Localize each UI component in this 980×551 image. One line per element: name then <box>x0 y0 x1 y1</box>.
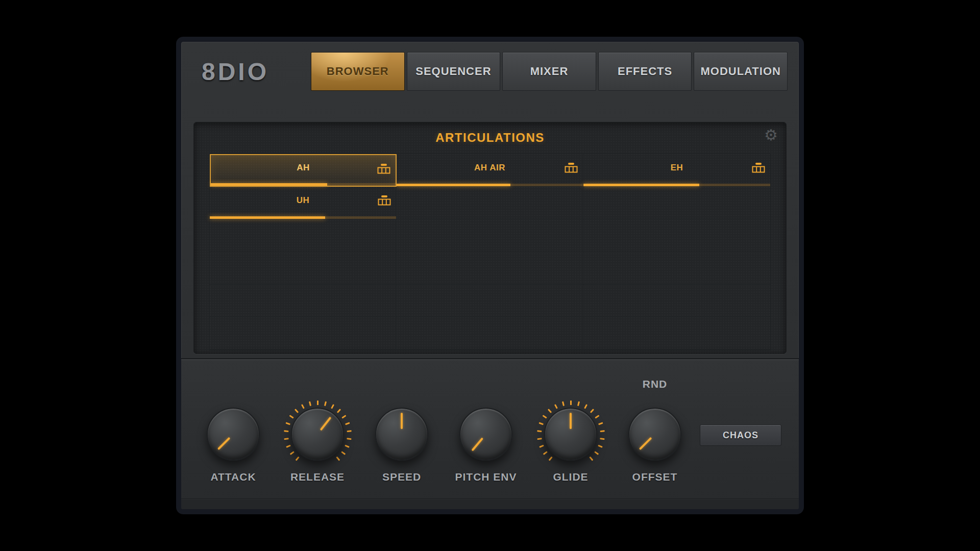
knob-release[interactable]: RELEASE <box>279 400 356 483</box>
articulation-cell-eh[interactable]: EH <box>583 154 770 187</box>
articulation-cell-ah-air[interactable]: AH AIR <box>397 154 583 187</box>
articulations-grid: AHAH AIREHUH <box>209 154 771 350</box>
tick-mark <box>301 404 304 409</box>
tab-modulation[interactable]: MODULATION <box>694 52 788 91</box>
knob-dial[interactable] <box>291 408 344 461</box>
panel-title: ARTICULATIONS <box>194 131 786 145</box>
knob-attack[interactable]: ATTACK <box>195 400 272 483</box>
articulation-label: EH <box>583 154 770 181</box>
plugin-window: 8DIO BROWSER SEQUENCER MIXER EFFECTS MOD… <box>176 37 804 514</box>
tick-mark <box>341 451 346 455</box>
knob-dial[interactable] <box>459 408 512 461</box>
progress-fill <box>211 183 327 186</box>
tick-mark <box>295 456 299 461</box>
knob-pointer <box>282 398 353 470</box>
tick-mark <box>331 404 334 409</box>
knob-stage <box>200 400 267 468</box>
knob-offset[interactable]: RNDOFFSET <box>617 400 693 483</box>
tick-mark <box>294 409 298 413</box>
tab-sequencer[interactable]: SEQUENCER <box>407 52 501 91</box>
articulations-panel: ARTICULATIONS ⚙ AHAH AIREHUH <box>193 122 787 354</box>
tick-mark <box>537 430 542 432</box>
keyboard-icon <box>752 163 765 173</box>
progress-track <box>210 216 396 219</box>
knob-label: GLIDE <box>532 471 609 483</box>
progress-fill <box>583 184 699 186</box>
knob-label: SPEED <box>363 471 440 483</box>
knob-stage <box>368 400 435 468</box>
tick-mark <box>598 422 603 425</box>
progress-track <box>583 184 770 186</box>
knob-stage <box>284 400 351 468</box>
empty-cell <box>397 317 583 350</box>
knob-dial[interactable] <box>544 408 597 461</box>
articulation-cell-ah[interactable]: AH <box>210 154 397 187</box>
articulation-label: AH AIR <box>397 154 583 181</box>
empty-cell <box>397 219 583 252</box>
knob-speed[interactable]: SPEED <box>363 400 440 483</box>
knob-pointer <box>619 398 691 470</box>
progress-fill <box>397 184 510 186</box>
empty-cell <box>583 219 770 252</box>
knob-stage <box>537 400 604 468</box>
tick-mark <box>598 444 602 447</box>
tab-browser[interactable]: BROWSER <box>311 52 405 91</box>
tick-mark <box>600 430 604 432</box>
empty-cell <box>210 219 397 252</box>
keyboard-icon <box>377 164 390 174</box>
tick-mark <box>341 415 346 419</box>
progress-track <box>397 184 583 186</box>
empty-cell <box>583 317 770 350</box>
tick-mark <box>324 401 326 406</box>
tab-effects[interactable]: EFFECTS <box>598 52 692 91</box>
tick-mark <box>289 415 293 419</box>
knob-dial[interactable] <box>628 408 681 461</box>
knob-pointer <box>545 409 596 460</box>
articulation-cell-uh[interactable]: UH <box>210 187 397 219</box>
tick-mark <box>285 422 290 425</box>
empty-cell <box>397 285 583 317</box>
tick-mark <box>577 401 579 406</box>
tick-mark <box>336 456 340 461</box>
tick-mark <box>537 438 542 440</box>
knob-label: OFFSET <box>617 471 693 483</box>
chaos-button[interactable]: CHAOS <box>700 424 781 446</box>
footer-strip <box>181 498 799 509</box>
gear-icon[interactable]: ⚙ <box>764 128 778 143</box>
empty-cell <box>397 252 583 285</box>
knob-label: PITCH ENV <box>448 471 524 483</box>
controls-section: CHAOS ATTACKRELEASESPEEDPITCH ENVGLIDERN… <box>181 358 799 509</box>
tab-bar: BROWSER SEQUENCER MIXER EFFECTS MODULATI… <box>311 52 788 91</box>
empty-cell <box>210 285 397 317</box>
tick-mark <box>347 438 351 440</box>
knob-pitch-env[interactable]: PITCH ENV <box>448 400 524 483</box>
tick-mark <box>345 444 349 447</box>
knob-label: ATTACK <box>195 471 272 483</box>
rnd-label: RND <box>617 378 693 390</box>
knob-pointer <box>450 398 522 470</box>
tick-mark <box>539 444 544 447</box>
knob-label: RELEASE <box>279 471 356 483</box>
empty-cell <box>210 252 397 285</box>
knob-pointer <box>197 398 269 470</box>
progress-track <box>211 183 396 186</box>
empty-cell <box>583 252 770 285</box>
keyboard-icon <box>378 195 391 206</box>
keyboard-icon <box>565 163 578 173</box>
knob-dial[interactable] <box>207 408 260 461</box>
empty-cell <box>397 187 583 219</box>
knob-dial[interactable] <box>375 408 428 461</box>
brand-logo: 8DIO <box>202 58 298 86</box>
tab-mixer[interactable]: MIXER <box>502 52 596 91</box>
empty-cell <box>583 187 770 219</box>
tick-mark <box>289 451 294 455</box>
knob-stage <box>452 400 520 468</box>
progress-fill <box>210 216 325 219</box>
empty-cell <box>210 317 397 350</box>
tick-mark <box>538 422 543 425</box>
tick-mark <box>584 404 587 409</box>
tick-mark <box>600 438 604 440</box>
knob-glide[interactable]: GLIDE <box>532 400 609 483</box>
knob-stage <box>621 400 689 468</box>
tick-mark <box>561 401 564 406</box>
